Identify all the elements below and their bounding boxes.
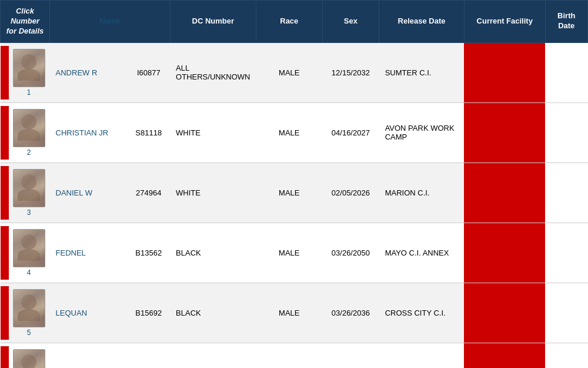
release-date: 03/26/2050	[322, 223, 379, 283]
table-row: 2 CHRISTIAN JRS81118WHITEMALE04/16/2027A…	[1, 102, 588, 163]
race: WHITE	[170, 163, 256, 223]
birth-date	[464, 283, 545, 343]
table-row: 4 FEDNELB13562BLACKMALE03/26/2050MAYO C.…	[1, 223, 588, 283]
inmate-name[interactable]: CHRISTIAN JR	[50, 102, 128, 163]
dc-number: I60877	[127, 42, 170, 102]
photo-cell: 6	[1, 343, 50, 368]
photo-cell: 3	[1, 163, 50, 223]
header-dc: DC Number	[170, 1, 256, 43]
race: ALL OTHERS/UNKNOWN	[170, 42, 256, 102]
header-birth: Birth Date	[545, 1, 587, 43]
row-number[interactable]: 5	[27, 329, 31, 337]
race: BLACK	[170, 343, 256, 368]
release-date: 04/16/2027	[322, 102, 379, 163]
header-race: Race	[256, 1, 322, 43]
release-date: 06/11/2028	[322, 343, 379, 368]
birth-date	[464, 163, 545, 223]
inmate-photo	[13, 289, 45, 327]
facility: MAYO C.I. ANNEX	[379, 223, 465, 283]
birth-date	[464, 42, 545, 102]
header-click: Click Number for Details	[1, 1, 50, 43]
photo-cell: 5	[1, 283, 50, 343]
birth-date	[464, 102, 545, 163]
sex: MALE	[256, 102, 322, 163]
sex: MALE	[256, 283, 322, 343]
inmate-name[interactable]: ANDREW R	[50, 42, 128, 102]
birth-date	[464, 223, 545, 283]
sex: MALE	[256, 343, 322, 368]
release-date: 03/26/2036	[322, 283, 379, 343]
race: BLACK	[170, 223, 256, 283]
row-number[interactable]: 1	[27, 88, 31, 97]
sex: MALE	[256, 163, 322, 223]
dc-number: 274964	[127, 163, 170, 223]
facility: SUMTER C.I.	[379, 42, 465, 102]
header-sex: Sex	[322, 1, 379, 43]
release-date: 12/15/2032	[322, 42, 379, 102]
inmate-name[interactable]: LEQUAN	[50, 283, 128, 343]
inmate-photo	[13, 49, 45, 87]
photo-cell: 1	[1, 42, 50, 102]
header-facility: Current Facility	[464, 1, 545, 43]
inmate-photo	[13, 349, 45, 368]
inmate-photo	[13, 169, 45, 207]
race: BLACK	[170, 283, 256, 343]
inmate-photo	[13, 229, 45, 267]
inmate-photo	[13, 109, 45, 147]
row-number[interactable]: 3	[27, 208, 31, 217]
header-name: Name	[50, 1, 171, 43]
inmate-name[interactable]: FEDNEL	[50, 223, 128, 283]
row-number[interactable]: 2	[27, 148, 31, 157]
inmate-name[interactable]: LILKENDRICK M	[50, 343, 128, 368]
facility: MARION C.I.	[379, 163, 465, 223]
sex: MALE	[256, 42, 322, 102]
facility: CROSS CITY C.I.	[379, 283, 465, 343]
photo-cell: 2	[1, 102, 50, 163]
release-date: 02/05/2026	[322, 163, 379, 223]
inmates-table: Click Number for Details Name DC Number …	[0, 0, 588, 368]
dc-number: B15692	[127, 283, 170, 343]
facility: AVON PARK WORK CAMP	[379, 102, 465, 163]
table-row: 5 LEQUANB15692BLACKMALE03/26/2036CROSS C…	[1, 283, 588, 343]
sex: MALE	[256, 223, 322, 283]
header-release: Release Date	[379, 1, 465, 43]
facility: SUWANNEE C.I	[379, 343, 465, 368]
birth-date	[464, 343, 545, 368]
inmate-name[interactable]: DANIEL W	[50, 163, 128, 223]
table-row: 1 ANDREW RI60877ALL OTHERS/UNKNOWNMALE12…	[1, 42, 588, 102]
table-row: 6 LILKENDRICK M070236BLACKMALE06/11/2028…	[1, 343, 588, 368]
dc-number: S81118	[127, 102, 170, 163]
row-number[interactable]: 4	[27, 268, 31, 277]
race: WHITE	[170, 102, 256, 163]
dc-number: B13562	[127, 223, 170, 283]
dc-number: 070236	[127, 343, 170, 368]
table-row: 3 DANIEL W274964WHITEMALE02/05/2026MARIO…	[1, 163, 588, 223]
photo-cell: 4	[1, 223, 50, 283]
